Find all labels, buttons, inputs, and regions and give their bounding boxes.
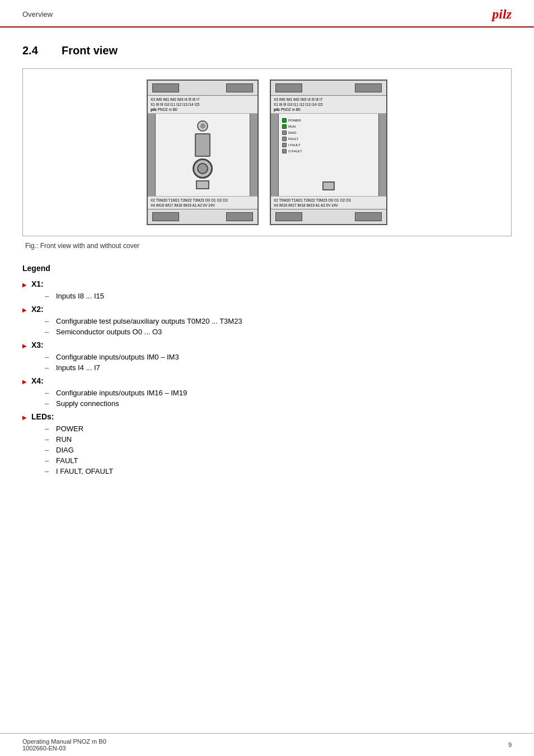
- legend-sub-x1: – Inputs I8 ... I15: [22, 292, 512, 300]
- legend-section: Legend ▶ X1: – Inputs I8 ... I15 ▶: [22, 264, 512, 475]
- led-ofault-label: O FAULT: [288, 150, 302, 153]
- section-number: 2.4: [22, 44, 45, 57]
- legend-item-x2: ▶ X2: – Configurable test pulse/auxiliar…: [22, 305, 512, 336]
- led-ofault-dot: [282, 149, 287, 153]
- legend-item-x3: ▶ X3: – Configurable inputs/outputs IM0 …: [22, 340, 512, 372]
- page-footer: Operating Manual PNOZ m B0 1002660-EN-03…: [0, 733, 534, 756]
- led-ofault: O FAULT: [282, 149, 302, 153]
- device-right-body: POWER RUN DIAG FAULT: [271, 114, 386, 196]
- figure-caption: Fig.: Front view with and without cover: [22, 242, 512, 250]
- legend-sub-text: Configurable inputs/outputs IM16 – IM19: [56, 389, 187, 397]
- legend-sub-text: Supply connections: [56, 399, 119, 408]
- dash-icon: –: [45, 328, 53, 336]
- legend-sub-item: – Inputs I8 ... I15: [45, 292, 512, 300]
- legend-label-x3: X3:: [31, 340, 44, 349]
- legend-label-x1: X1:: [31, 279, 44, 288]
- card-slot: [195, 133, 210, 157]
- legend-label-leds: LEDs:: [31, 412, 54, 421]
- bottom-connector-left-r: [275, 212, 302, 221]
- bottom-connector-left: [152, 212, 179, 221]
- legend-sub-text: Configurable inputs/outputs IM0 – IM3: [56, 353, 179, 361]
- dash-icon: –: [45, 467, 53, 475]
- dash-icon: –: [45, 435, 53, 444]
- led-run-label: RUN: [288, 125, 296, 128]
- footer-page: 9: [508, 741, 512, 748]
- legend-sub-text: Configurable test pulse/auxiliary output…: [56, 317, 242, 325]
- section-title: Front view: [62, 44, 118, 57]
- legend-sub-item-led-3: – FAULT: [45, 456, 512, 465]
- port-rect: [196, 180, 209, 189]
- legend-sub-item-led-2: – DIAG: [45, 446, 512, 454]
- legend-sub-text: DIAG: [56, 446, 74, 454]
- dash-icon: –: [45, 446, 53, 454]
- right-dev-center: POWER RUN DIAG FAULT: [279, 114, 378, 196]
- dash-icon: –: [45, 399, 53, 408]
- legend-list: ▶ X1: – Inputs I8 ... I15 ▶ X2:: [22, 279, 512, 475]
- legend-sub-text: FAULT: [56, 456, 78, 465]
- legend-sub-item-x4-1: – Supply connections: [45, 399, 512, 408]
- led-panel: POWER RUN DIAG FAULT: [282, 118, 302, 153]
- led-ifault-label: I FAULT: [288, 143, 301, 147]
- legend-title: Legend: [22, 264, 512, 273]
- legend-sub-leds: – POWER – RUN – DIAG – FAULT: [22, 424, 512, 475]
- bottom-connector-right-r: [355, 212, 382, 221]
- dash-icon: –: [45, 317, 53, 325]
- led-run: RUN: [282, 124, 302, 129]
- led-diag-dot: [282, 130, 287, 135]
- legend-sub-text: I FAULT, OFAULT: [56, 467, 113, 475]
- legend-sub-item-led-4: – I FAULT, OFAULT: [45, 467, 512, 475]
- device-left-bottom-label: X2 T0M20 T1M21 T2M22 T3M23 O0 O1 O2 O3 X…: [148, 196, 257, 209]
- dash-icon: –: [45, 363, 53, 372]
- legend-label-x4: X4:: [31, 376, 44, 385]
- led-diag-label: DIAG: [288, 131, 297, 134]
- top-connector-left: [152, 83, 179, 92]
- dash-icon: –: [45, 456, 53, 465]
- footer-left: Operating Manual PNOZ m B0 1002660-EN-03: [22, 738, 106, 752]
- legend-sub-item-x3-0: – Configurable inputs/outputs IM0 – IM3: [45, 353, 512, 361]
- legend-sub-x2: – Configurable test pulse/auxiliary outp…: [22, 317, 512, 336]
- arrow-icon-x4: ▶: [22, 379, 27, 385]
- footer-doc-number: 1002660-EN-03: [22, 745, 106, 752]
- legend-sub-item-x3-1: – Inputs I4 ... I7: [45, 363, 512, 372]
- page-header: Overview pilz: [0, 0, 534, 27]
- legend-sub-text: Inputs I4 ... I7: [56, 363, 100, 372]
- device-right-top-label: X3 IM0 IM1 IM2 IM3 I4 I5 I6 I7 X1 I8 I9 …: [271, 96, 386, 114]
- figure-box: X3 IM0 IM1 IM2 IM3 I4 I5 I6 I7 X1 I8 I9 …: [22, 68, 512, 236]
- legend-item-x1: ▶ X1: – Inputs I8 ... I15: [22, 279, 512, 300]
- right-dev-left-rail: [271, 114, 279, 196]
- arrow-icon-x2: ▶: [22, 307, 27, 313]
- right-dev-right-rail: [378, 114, 386, 196]
- right-rail: [250, 114, 257, 196]
- legend-sub-text: Semiconductor outputs O0 ... O3: [56, 328, 162, 336]
- legend-item-leds: ▶ LEDs: – POWER – RUN – DIAG: [22, 412, 512, 475]
- pilz-logo: pilz: [492, 7, 512, 22]
- dash-icon: –: [45, 292, 53, 300]
- arrow-icon-leds: ▶: [22, 414, 27, 421]
- legend-sub-item-x2-0: – Configurable test pulse/auxiliary outp…: [45, 317, 512, 325]
- dial: [193, 158, 213, 179]
- legend-sub-item-led-0: – POWER: [45, 424, 512, 433]
- port-rect-right: [322, 181, 335, 190]
- legend-item-x4: ▶ X4: – Configurable inputs/outputs IM16…: [22, 376, 512, 408]
- legend-sub-item-x2-1: – Semiconductor outputs O0 ... O3: [45, 328, 512, 336]
- arrow-icon-x3: ▶: [22, 343, 27, 349]
- top-connector-left-r: [275, 83, 302, 92]
- led-ifault-dot: [282, 143, 287, 147]
- led-fault-dot: [282, 137, 287, 141]
- led-power: POWER: [282, 118, 302, 123]
- breadcrumb: Overview: [22, 10, 53, 18]
- device-center-area: ⊕: [156, 114, 250, 196]
- top-connector-right: [226, 83, 253, 92]
- legend-sub-text: POWER: [56, 424, 83, 433]
- dash-icon: –: [45, 424, 53, 433]
- led-ifault: I FAULT: [282, 143, 302, 147]
- legend-sub-text: Inputs I8 ... I15: [56, 292, 104, 300]
- bottom-connector-right: [226, 212, 253, 221]
- legend-sub-x3: – Configurable inputs/outputs IM0 – IM3 …: [22, 353, 512, 372]
- led-run-dot: [282, 124, 287, 129]
- legend-sub-item-x4-0: – Configurable inputs/outputs IM16 – IM1…: [45, 389, 512, 397]
- footer-manual: Operating Manual PNOZ m B0: [22, 738, 106, 745]
- device-left: X3 IM0 IM1 IM2 IM3 I4 I5 I6 I7 X1 I8 I9 …: [147, 80, 259, 225]
- left-rail: [148, 114, 156, 196]
- led-fault-label: FAULT: [288, 137, 298, 141]
